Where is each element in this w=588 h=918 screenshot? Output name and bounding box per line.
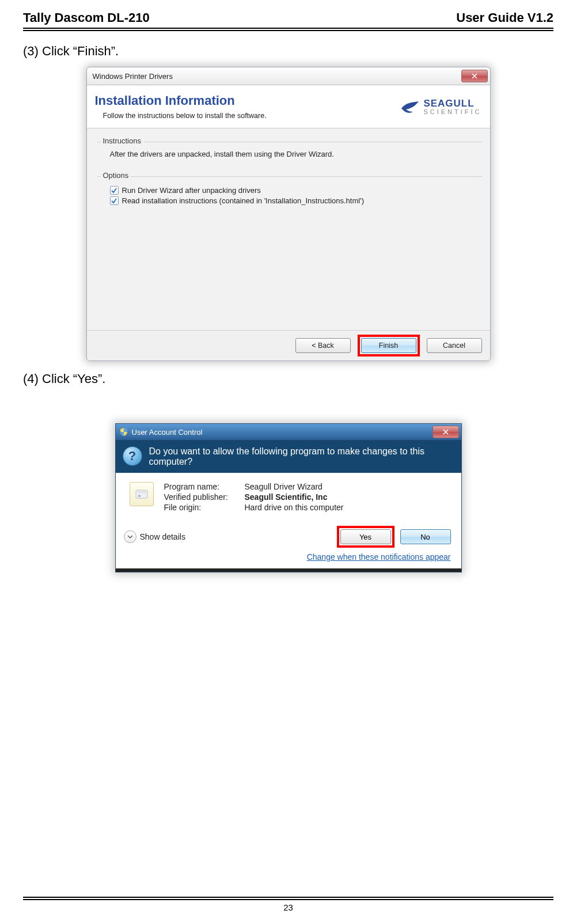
installer-titlebar: Windows Printer Drivers [87, 67, 490, 85]
header-left: Tally Dascom DL-210 [23, 10, 150, 25]
k-origin: File origin: [164, 503, 245, 512]
uac-question-text: Do you want to allow the following progr… [149, 446, 452, 467]
svg-point-2 [138, 495, 141, 497]
installer-banner: Installation Information Follow the inst… [87, 85, 490, 128]
logo-line1: SEAGULL [423, 98, 481, 109]
v-origin: Hard drive on this computer [245, 503, 344, 512]
seagull-icon [400, 97, 420, 116]
back-button[interactable]: < Back [295, 338, 351, 353]
header-right: User Guide V1.2 [456, 10, 553, 25]
finish-button[interactable]: Finish [361, 338, 416, 353]
option1-checkbox[interactable] [110, 186, 119, 195]
banner-subtitle: Follow the instructions below to install… [103, 112, 401, 120]
shield-icon [119, 427, 128, 437]
uac-dialog: User Account Control ? Do you want to al… [115, 423, 462, 572]
uac-bottom-bar [116, 568, 461, 572]
program-icon [130, 482, 154, 506]
yes-button[interactable]: Yes [340, 529, 391, 544]
seagull-logo: SEAGULL SCIENTIFIC [400, 97, 481, 116]
uac-question-band: ? Do you want to allow the following pro… [116, 441, 461, 473]
change-notifications-link[interactable]: Change when these notifications appear [307, 552, 451, 562]
close-icon[interactable] [461, 70, 488, 82]
option2-label: Read installation instructions (containe… [122, 196, 364, 205]
installer-title: Windows Printer Drivers [93, 72, 173, 81]
svg-rect-1 [137, 491, 146, 493]
show-details-button[interactable]: Show details [124, 530, 185, 543]
logo-line2: SCIENTIFIC [423, 108, 481, 115]
step-4-text: (4) Click “Yes”. [23, 371, 553, 386]
chevron-down-icon [124, 530, 136, 543]
uac-close-icon[interactable] [433, 426, 459, 438]
header-rule [23, 28, 553, 31]
v-program-name: Seagull Driver Wizard [245, 482, 344, 491]
cancel-button[interactable]: Cancel [427, 338, 482, 353]
no-button[interactable]: No [400, 529, 451, 544]
show-details-label: Show details [140, 532, 185, 541]
uac-title: User Account Control [132, 428, 203, 437]
k-program-name: Program name: [164, 482, 245, 491]
k-publisher: Verified publisher: [164, 492, 245, 502]
group-options-label: Options [101, 171, 131, 180]
installer-dialog: Windows Printer Drivers Installation Inf… [86, 67, 491, 361]
instructions-text: After the drivers are unpacked, install … [101, 145, 479, 161]
finish-highlight: Finish [358, 335, 420, 356]
question-icon: ? [123, 446, 142, 466]
option2-checkbox[interactable] [110, 196, 119, 205]
footer-rule [23, 897, 553, 900]
option1-label: Run Driver Wizard after unpacking driver… [122, 186, 261, 195]
v-publisher: Seagull Scientific, Inc [245, 492, 344, 502]
page-number: 23 [23, 902, 553, 912]
uac-titlebar: User Account Control [116, 424, 461, 441]
yes-highlight: Yes [337, 526, 394, 548]
step-3-text: (3) Click “Finish”. [23, 44, 553, 59]
banner-title: Installation Information [95, 93, 401, 108]
group-instructions-label: Instructions [101, 136, 143, 145]
